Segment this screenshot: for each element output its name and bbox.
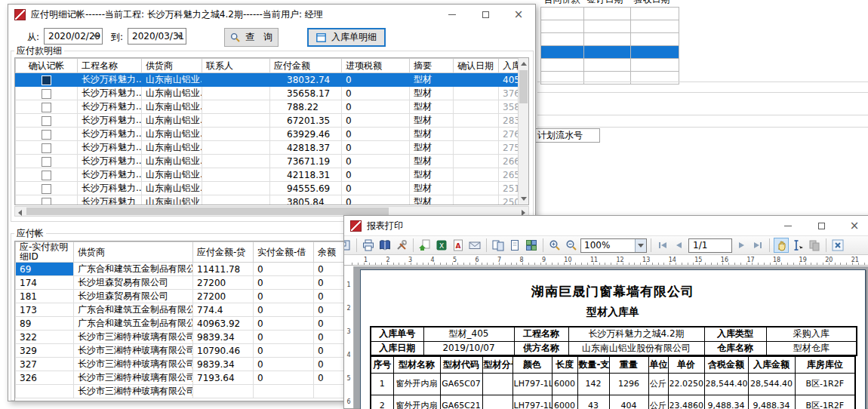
titlebar[interactable]: 报表打印 ×: [344, 216, 868, 235]
table-row[interactable]: 长沙万科魅力...山东南山铝业...788.220型材358: [16, 100, 520, 114]
hand-tool-button[interactable]: [774, 238, 789, 253]
scroll-up-icon[interactable]: [521, 62, 527, 66]
settings-button[interactable]: [394, 238, 409, 253]
column-header[interactable]: 摘要: [410, 59, 454, 73]
preview-book-button[interactable]: [377, 238, 392, 253]
from-date-select[interactable]: 2020/02/29: [44, 28, 103, 45]
design-view-button[interactable]: [344, 238, 352, 253]
column-header[interactable]: 供货商: [74, 242, 193, 263]
query-button[interactable]: 查询: [224, 28, 279, 47]
first-page-button[interactable]: [655, 238, 670, 253]
column-header[interactable]: 应付金额: [270, 59, 342, 73]
export-button[interactable]: [417, 238, 432, 253]
table-cell: 型材: [410, 100, 454, 114]
column-header[interactable]: 入库: [499, 59, 520, 73]
table-row-selected[interactable]: 长沙万科魅力...山东南山铝业...38032.740型材405: [16, 73, 520, 87]
table-row[interactable]: 174长沙坦森贸易有限公司2720000: [16, 276, 393, 290]
zoom-in-button[interactable]: [547, 238, 562, 253]
table-row[interactable]: 173广东合和建筑五金制品有限公司774.400: [16, 303, 393, 317]
minimize-button[interactable]: [771, 216, 805, 235]
minimize-button[interactable]: [436, 5, 469, 24]
table-row[interactable]: 长沙万科魅力...山东南山铝业...42818.370型材275: [16, 141, 520, 155]
multi-page-button[interactable]: [524, 238, 539, 253]
column-header[interactable]: 供货商: [142, 59, 202, 73]
column-header[interactable]: 确认日期: [454, 59, 499, 73]
table-row[interactable]: 长沙万科魅力...山东南山铝业...94555.690型材251: [16, 182, 520, 195]
text-select-tool-button[interactable]: [790, 238, 805, 253]
print-button[interactable]: [361, 238, 376, 253]
table-row[interactable]: [541, 20, 679, 32]
table-row[interactable]: 长沙万科魅力...山东南山铝业...63929.460型材276: [16, 128, 520, 141]
from-label: 从:: [27, 31, 39, 44]
dropdown-arrow-icon[interactable]: [89, 29, 102, 44]
prev-page-button[interactable]: [672, 238, 687, 253]
close-button[interactable]: ×: [838, 216, 868, 235]
table-row[interactable]: 181长沙坦森贸易有限公司2720000: [16, 290, 393, 303]
column-header[interactable]: 工程名称: [78, 59, 142, 73]
table-row[interactable]: 89广东合和建筑五金制品有限公司40963.9200: [16, 317, 393, 331]
scroll-down-icon[interactable]: [521, 197, 527, 201]
scroll-left-icon[interactable]: [18, 210, 22, 216]
separator: [356, 238, 357, 252]
table-row-selected[interactable]: [541, 45, 679, 58]
column-header: 数量-支: [577, 356, 609, 373]
table-row[interactable]: [541, 32, 679, 45]
next-page-button[interactable]: [734, 238, 749, 253]
table-cell: 11411.78: [193, 263, 254, 276]
single-page-button[interactable]: [507, 238, 522, 253]
table-row[interactable]: 入库日期2019/10/07供方名称山东南山铝业股份有限公司仓库名称型材仓库: [371, 341, 857, 355]
maximize-button[interactable]: [469, 5, 502, 24]
to-date-select[interactable]: 2020/03/31: [128, 28, 186, 45]
dropdown-arrow-icon[interactable]: [635, 239, 646, 252]
scrollbar-thumb[interactable]: [519, 70, 528, 103]
close-button[interactable]: ×: [502, 5, 535, 24]
table-cell: 供方名称: [514, 341, 568, 355]
titlebar[interactable]: 应付明细记帐------当前工程: 长沙万科魅力之城4.2期------当前用户…: [8, 5, 535, 24]
maximize-button[interactable]: [805, 216, 838, 235]
zoom-level-select[interactable]: 100%: [580, 238, 647, 253]
table-row[interactable]: [541, 7, 679, 20]
table-row[interactable]: 长沙万科魅力...山东南山铝业...67201.350型材283: [16, 114, 520, 128]
column-header[interactable]: 应-实付款明细ID: [16, 242, 74, 263]
table-cell: 型材: [410, 155, 454, 168]
export-pdf-button[interactable]: A: [451, 238, 466, 253]
page-number-input[interactable]: 1/1: [688, 238, 732, 253]
zoom-out-button[interactable]: [564, 238, 579, 253]
report-preview-area[interactable]: 123456 湖南巨晟门窗幕墙有限公司 型材入库单 入库单号型材_405工程名称…: [344, 266, 868, 408]
table-row[interactable]: [541, 58, 679, 71]
column-header[interactable]: 应付金额-贷: [193, 242, 254, 263]
table-cell: 工程名称: [514, 327, 568, 341]
table-row[interactable]: 长沙市三湘特种玻璃有限公司: [16, 385, 393, 398]
column-header[interactable]: 确认记帐: [16, 59, 78, 73]
stockin-detail-button[interactable]: 入库单明细: [307, 28, 386, 47]
table-row[interactable]: 2窗外开内扇GA65C21LH797-1LL600043404公斤23.4860…: [371, 395, 855, 409]
vertical-scrollbar[interactable]: [518, 58, 528, 204]
multi-page-icon: [525, 239, 537, 251]
close-preview-button[interactable]: [830, 238, 845, 253]
table-row[interactable]: 1窗外开内扇GA65C07LH797-1LL60001421296公斤22.02…: [371, 373, 855, 395]
table-row[interactable]: 长沙万科魅力山东南山铝业3805.840型材250: [16, 195, 520, 206]
export-mail-button[interactable]: [467, 238, 482, 253]
column-header[interactable]: 实付金额-借: [254, 242, 314, 263]
table-row[interactable]: 入库单号型材_405工程名称长沙万科魅力之城4.2期入库类型采购入库: [371, 327, 857, 341]
plan-serial-field[interactable]: 计划流水号: [531, 128, 600, 143]
table-row[interactable]: 长沙万科魅力...山东南山铝业...73671.190型材266: [16, 155, 520, 168]
column-header[interactable]: 进项税额: [342, 59, 410, 73]
copy-page-button[interactable]: [807, 238, 822, 253]
table-cell: 6000: [552, 395, 577, 409]
table-row-selected[interactable]: 69广东合和建筑五金制品有限公司11411.7800: [16, 263, 393, 276]
scrollbar-thumb[interactable]: [26, 208, 389, 215]
table-cell: [16, 168, 78, 182]
column-header[interactable]: 联系人: [202, 59, 270, 73]
table-row[interactable]: 322长沙市三湘特种玻璃有限公司9839.3400: [16, 331, 393, 344]
table-row[interactable]: 长沙万科魅力...山东南山铝业...42118.310型材265: [16, 168, 520, 182]
dropdown-arrow-icon[interactable]: [173, 29, 186, 44]
column-header: 单价: [668, 356, 704, 373]
table-row[interactable]: 327长沙市三湘特种玻璃有限公司9839.3400: [16, 358, 393, 371]
table-row[interactable]: 329长沙市三湘特种玻璃有限公司10790.4600: [16, 344, 393, 358]
page-setup-button[interactable]: [491, 238, 506, 253]
last-page-button[interactable]: [750, 238, 765, 253]
table-row[interactable]: 长沙万科魅力...山东南山铝业...35658.170型材376: [16, 87, 520, 100]
export-excel-button[interactable]: X: [434, 238, 449, 253]
table-row[interactable]: 326长沙市三湘特种玻璃有限公司7193.6400: [16, 371, 393, 385]
